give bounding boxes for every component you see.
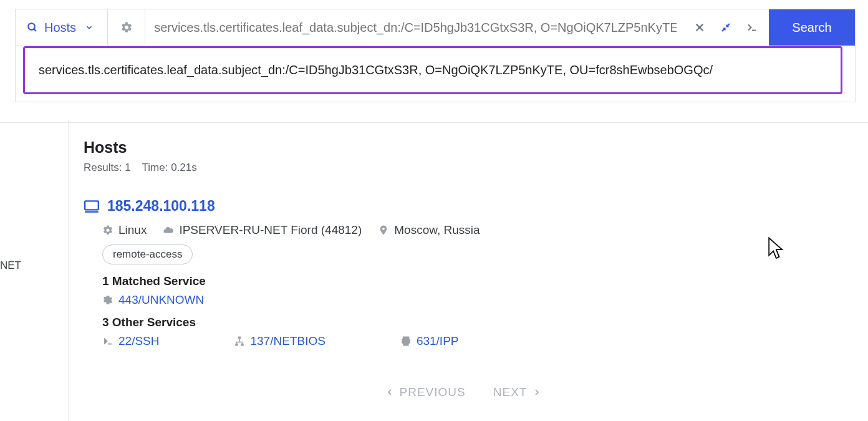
expanded-query-text: services.tls.certificates.leaf_data.subj… [39, 63, 713, 77]
svg-rect-10 [236, 344, 239, 346]
network-icon [234, 336, 245, 347]
expanded-query-box[interactable]: services.tls.certificates.leaf_data.subj… [23, 46, 842, 94]
hosts-dropdown[interactable]: Hosts [16, 9, 108, 46]
service-link-ipp[interactable]: 631/IPP [400, 334, 459, 348]
results-panel: Hosts Results: 1 Time: 0.21s 185.248.100… [84, 138, 843, 399]
gear-icon [102, 225, 113, 236]
clear-search-button[interactable] [694, 22, 705, 33]
service-link-netbios[interactable]: 137/NETBIOS [234, 334, 325, 348]
sidebar-label-fragment: NET [0, 256, 68, 276]
other-services-heading: 3 Other Services [84, 316, 843, 329]
results-count: Results: 1 [84, 162, 131, 174]
svg-rect-11 [241, 344, 244, 346]
terminal-icon [746, 22, 758, 33]
results-meta: Results: 1 Time: 0.21s [84, 162, 843, 174]
other-services-row: 22/SSH 137/NETBIOS 631/IPP [84, 334, 843, 348]
compress-icon [720, 22, 731, 33]
host-headline: 185.248.100.118 [84, 198, 843, 215]
cloud-icon [163, 225, 174, 236]
divider [0, 122, 868, 123]
terminal-button[interactable] [746, 22, 758, 33]
svg-rect-9 [238, 337, 241, 339]
matched-services-heading: 1 Matched Service [84, 274, 843, 288]
terminal-icon [102, 336, 113, 347]
service-link-443[interactable]: 443/UNKNOWN [84, 293, 204, 307]
host-tag[interactable]: remote-access [102, 244, 193, 264]
host-info-row: Linux IPSERVER-RU-NET Fiord (44812) Mosc… [84, 223, 843, 237]
search-icon [27, 22, 38, 33]
svg-rect-5 [85, 201, 99, 210]
host-location: Moscow, Russia [378, 223, 480, 237]
page-title: Hosts [84, 138, 843, 157]
search-input[interactable] [145, 9, 683, 46]
svg-point-0 [28, 23, 35, 30]
chevron-down-icon [85, 23, 94, 32]
location-icon [378, 225, 389, 236]
gear-icon [102, 294, 113, 306]
search-bar: Hosts Search [15, 9, 856, 46]
chevron-right-icon [532, 387, 542, 397]
pagination: PREVIOUS NEXT [84, 385, 843, 399]
search-button-label: Search [792, 21, 831, 35]
results-time: Time: 0.21s [142, 162, 197, 174]
service-link-ssh[interactable]: 22/SSH [102, 334, 159, 348]
close-icon [694, 22, 705, 33]
search-input-area [145, 9, 769, 46]
host-os: Linux [102, 223, 147, 237]
query-expand-wrapper: services.tls.certificates.leaf_data.subj… [15, 46, 856, 102]
host-ip-link[interactable]: 185.248.100.118 [107, 198, 215, 215]
printer-icon [400, 336, 412, 347]
monitor-icon [84, 198, 100, 215]
pager-next[interactable]: NEXT [493, 385, 542, 399]
settings-button[interactable] [108, 9, 145, 46]
search-button[interactable]: Search [769, 9, 855, 46]
chevron-left-icon [385, 387, 395, 397]
collapse-button[interactable] [720, 22, 731, 33]
pager-prev[interactable]: PREVIOUS [385, 385, 466, 399]
sidebar: NET [0, 120, 69, 421]
hosts-label: Hosts [44, 21, 76, 35]
gear-icon [120, 21, 133, 34]
search-input-controls [683, 22, 769, 33]
host-asn: IPSERVER-RU-NET Fiord (44812) [163, 223, 362, 237]
svg-line-1 [34, 29, 36, 31]
svg-rect-14 [403, 342, 408, 346]
